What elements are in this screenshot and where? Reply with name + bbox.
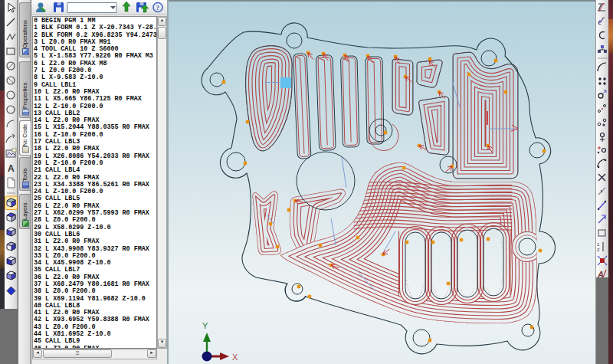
svg-text:?: ? xyxy=(156,4,160,11)
svg-text:X: X xyxy=(232,353,238,362)
svg-text:A: A xyxy=(8,163,15,174)
svg-text:Y: Y xyxy=(202,321,208,330)
svg-text:1: 1 xyxy=(597,242,600,247)
svg-text:2: 2 xyxy=(597,248,600,252)
